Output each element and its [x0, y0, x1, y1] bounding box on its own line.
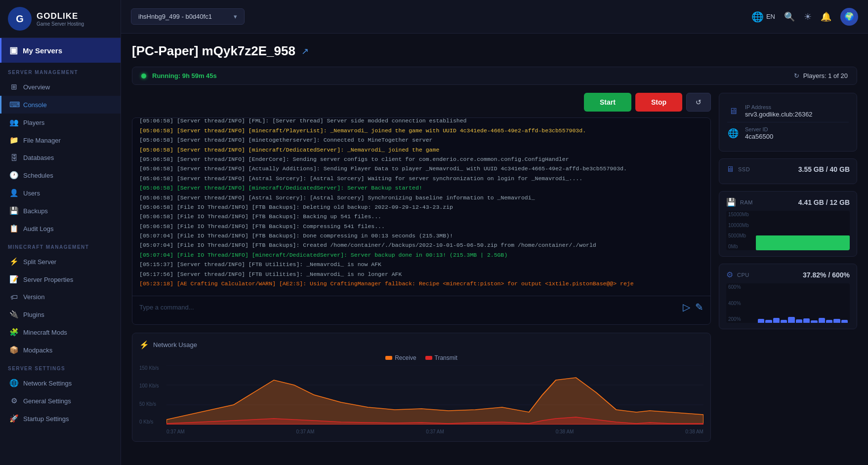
- sidebar-item-overview[interactable]: ⊞ Overview: [0, 78, 121, 96]
- sidebar-label-overview: Overview: [23, 83, 50, 91]
- avatar[interactable]: 🌍: [840, 8, 858, 26]
- sidebar-item-backups[interactable]: 💾 Backups: [0, 202, 121, 220]
- cpu-card: ⚙ CPU 37.82% / 600% 600% 400% 200%: [719, 264, 857, 329]
- logo-title: GODLIKE: [37, 11, 84, 21]
- restart-button[interactable]: ↺: [686, 93, 711, 112]
- sidebar-item-databases[interactable]: 🗄 Databases: [0, 149, 121, 166]
- network-panel: ⚡ Network Usage Receive Transmit 150: [132, 333, 711, 442]
- ip-label: IP Address: [745, 104, 813, 110]
- cpu-value: 37.82% / 600%: [803, 271, 850, 279]
- page-title: [PC-Paper] mQyk7z2E_958: [132, 43, 295, 59]
- console-output[interactable]: [05:06:33] [Netty Epoll Server IO #75/IN…: [132, 118, 710, 296]
- sidebar-item-minecraft-mods[interactable]: 🧩 Minecraft Mods: [0, 323, 121, 341]
- console-panel: [05:06:33] [Netty Epoll Server IO #75/IN…: [132, 117, 711, 325]
- x-label-5: 0:38 AM: [685, 429, 703, 434]
- y-label-0: 0 Kb/s: [139, 419, 164, 425]
- sidebar-item-server-properties[interactable]: 📝 Server Properties: [0, 271, 121, 288]
- status-bar: Running: 9h 59m 45s ↻ Players: 1 of 20: [132, 67, 857, 85]
- sidebar-item-modpacks[interactable]: 📦 Modpacks: [0, 341, 121, 359]
- audit-icon: 📋: [9, 224, 18, 233]
- content-grid: Start Stop ↺ [05:06:33] [Netty Epoll Ser…: [132, 93, 857, 442]
- log-line: [05:07:04] [File IO Thread/INFO] [minecr…: [139, 251, 703, 260]
- send-command-button[interactable]: ▷: [683, 301, 690, 313]
- sidebar-label-version: Version: [23, 293, 44, 301]
- legend-receive: Receive: [385, 354, 416, 361]
- sidebar-item-schedules[interactable]: 🕐 Schedules: [0, 166, 121, 184]
- sidebar-item-console[interactable]: ⌨ Console: [0, 96, 121, 114]
- right-panel: 🖥 IP Address srv3.godlike.club:26362 🌐 S…: [719, 93, 857, 442]
- theme-icon[interactable]: ☀: [804, 11, 812, 22]
- sidebar-item-plugins[interactable]: 🔌 Plugins: [0, 306, 121, 323]
- sidebar-item-audit-logs[interactable]: 📋 Audit Logs: [0, 220, 121, 237]
- sidebar-label-general-settings: General Settings: [23, 397, 71, 405]
- sidebar-item-users[interactable]: 👤 Users: [0, 184, 121, 202]
- log-line: [05:06:58] [File IO Thread/INFO] [FTB Ba…: [139, 203, 703, 212]
- ram-value: 4.41 GB / 12 GB: [798, 198, 850, 206]
- cpu-icon: ⚙: [726, 270, 733, 279]
- console-icon: ⌨: [9, 100, 18, 109]
- start-button[interactable]: Start: [584, 93, 631, 112]
- version-icon: 🏷: [9, 293, 18, 301]
- left-column: Start Stop ↺ [05:06:33] [Netty Epoll Ser…: [132, 93, 711, 442]
- transmit-label: Transmit: [435, 354, 457, 361]
- external-link-icon[interactable]: ↗: [301, 46, 309, 57]
- ram-icon: 💾: [726, 197, 736, 207]
- sidebar-item-general-settings[interactable]: ⚙ General Settings: [0, 392, 121, 410]
- cpu-header: ⚙ CPU 37.82% / 600%: [726, 270, 850, 279]
- ssd-label: SSD: [738, 166, 750, 172]
- clear-console-button[interactable]: ✎: [695, 301, 703, 313]
- server-management-section-label: SERVER MANAGEMENT: [0, 63, 121, 78]
- my-servers-button[interactable]: ▣ My Servers: [0, 38, 121, 63]
- plugins-icon: 🔌: [9, 310, 18, 319]
- language-selector[interactable]: 🌐 EN: [751, 11, 775, 23]
- server-selector[interactable]: ihsHnbg9_499 - b0d40fc1 ▾: [131, 8, 245, 25]
- sidebar-label-server-properties: Server Properties: [23, 276, 73, 283]
- sidebar-item-network-settings[interactable]: 🌐 Network Settings: [0, 374, 121, 392]
- network-header: ⚡ Network Usage: [139, 340, 703, 349]
- split-server-icon: ⚡: [9, 257, 18, 266]
- main-content: [PC-Paper] mQyk7z2E_958 ↗ Running: 9h 59…: [121, 34, 868, 465]
- x-label-1: 0:37 AM: [166, 429, 185, 434]
- command-input[interactable]: [139, 304, 678, 311]
- x-label-4: 0:38 AM: [556, 429, 574, 434]
- sidebar-label-audit-logs: Audit Logs: [23, 225, 53, 232]
- sidebar-item-split-server[interactable]: ⚡ Split Server: [0, 253, 121, 271]
- log-line: [05:06:58] [File IO Thread/INFO] [FTB Ba…: [139, 222, 703, 231]
- logo-subtitle: Game Server Hosting: [37, 21, 84, 27]
- flag-icon: 🌐: [751, 11, 764, 23]
- ip-info: IP Address srv3.godlike.club:26362: [745, 104, 813, 118]
- y-label-50: 50 Kb/s: [139, 401, 164, 407]
- sidebar-label-startup-settings: Startup Settings: [23, 415, 69, 423]
- log-line: [05:17:56] [Server thread/INFO] [FTB Uti…: [139, 270, 703, 279]
- language-label: EN: [766, 13, 775, 20]
- sidebar-label-modpacks: Modpacks: [23, 347, 52, 354]
- ram-y1: 15000Mb: [728, 212, 749, 217]
- sidebar-item-startup-settings[interactable]: 🚀 Startup Settings: [0, 410, 121, 427]
- players-count: Players: 1 of 20: [803, 72, 848, 79]
- ssd-header: 🖥 SSD 3.55 GB / 40 GB: [726, 165, 850, 174]
- log-line: [05:06:58] [Server thread/INFO] [minecra…: [139, 184, 703, 193]
- ip-row: 🖥 IP Address srv3.godlike.club:26362: [727, 100, 849, 122]
- cpu-y1: 600%: [728, 284, 741, 290]
- sidebar-item-version[interactable]: 🏷 Version: [0, 288, 121, 306]
- ssd-card: 🖥 SSD 3.55 GB / 40 GB: [719, 158, 857, 184]
- receive-label: Receive: [395, 354, 416, 361]
- log-line: [05:06:58] [File IO Thread/INFO] [FTB Ba…: [139, 212, 703, 221]
- x-label-3: 0:37 AM: [426, 429, 444, 434]
- server-id-value: 4ca56500: [745, 133, 773, 140]
- ram-y2: 10000Mb: [728, 223, 749, 228]
- notifications-icon[interactable]: 🔔: [821, 11, 831, 22]
- ram-label: RAM: [740, 199, 753, 205]
- stop-button[interactable]: Stop: [635, 93, 682, 112]
- sidebar-label-minecraft-mods: Minecraft Mods: [23, 329, 67, 336]
- ram-y4: 0Mb: [728, 244, 749, 249]
- server-info-card: 🖥 IP Address srv3.godlike.club:26362 🌐 S…: [719, 93, 857, 152]
- search-icon[interactable]: 🔍: [784, 11, 795, 22]
- sidebar-label-databases: Databases: [23, 154, 54, 161]
- page-header: [PC-Paper] mQyk7z2E_958 ↗: [132, 43, 857, 59]
- sidebar-item-players[interactable]: 👥 Players: [0, 114, 121, 131]
- log-line: [05:06:58] [Server thread/INFO] [minetog…: [139, 136, 703, 145]
- sidebar-item-file-manager[interactable]: 📁 File Manager: [0, 131, 121, 149]
- topbar: ihsHnbg9_499 - b0d40fc1 ▾ 🌐 EN 🔍 ☀ 🔔 🌍: [121, 0, 868, 34]
- my-servers-label: My Servers: [23, 46, 62, 55]
